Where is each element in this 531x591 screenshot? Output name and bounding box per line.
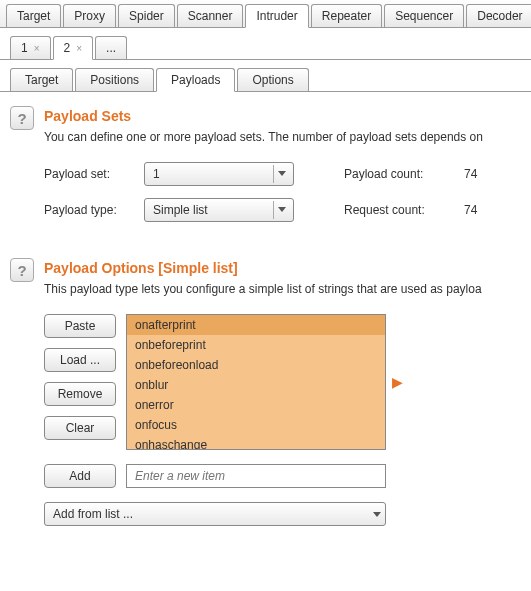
instance-tab-1[interactable]: 1 × [10,36,51,59]
payload-list-area: Paste Load ... Remove Clear onafterprint… [44,314,521,450]
remove-button[interactable]: Remove [44,382,116,406]
sub-tab-options[interactable]: Options [237,68,308,91]
row-payload-type: Payload type: Simple list Request count:… [44,198,521,222]
value-request-count: 74 [464,203,477,217]
svg-marker-0 [278,171,286,176]
top-tab-repeater[interactable]: Repeater [311,4,382,27]
load-button[interactable]: Load ... [44,348,116,372]
top-tab-intruder[interactable]: Intruder [245,4,308,28]
select-payload-type[interactable]: Simple list [144,198,294,222]
add-row: Add [44,464,521,488]
list-item[interactable]: onafterprint [127,315,385,335]
instance-tabs: 1 × 2 × ... [0,28,531,60]
top-tab-scanner[interactable]: Scanner [177,4,244,27]
section-title: Payload Options [Simple list] [44,260,521,276]
clear-button[interactable]: Clear [44,416,116,440]
instance-tab-new[interactable]: ... [95,36,127,59]
add-button[interactable]: Add [44,464,116,488]
sub-tab-target[interactable]: Target [10,68,73,91]
label-payload-set: Payload set: [44,167,134,181]
arrow-right-icon: ▶ [392,374,403,390]
sub-tabs: Target Positions Payloads Options [0,60,531,92]
label-payload-count: Payload count: [344,167,454,181]
top-tabs: Target Proxy Spider Scanner Intruder Rep… [0,0,531,28]
section-payload-sets: ? Payload Sets You can define one or mor… [10,106,521,234]
top-tab-target[interactable]: Target [6,4,61,27]
list-item[interactable]: onblur [127,375,385,395]
list-item[interactable]: onbeforeonload [127,355,385,375]
list-item[interactable]: onerror [127,395,385,415]
instance-tab-label: 1 [21,41,28,55]
sub-tab-payloads[interactable]: Payloads [156,68,235,92]
instance-tab-label: 2 [64,41,71,55]
top-tab-sequencer[interactable]: Sequencer [384,4,464,27]
content-area: ? Payload Sets You can define one or mor… [0,92,531,564]
svg-marker-1 [278,207,286,212]
chevron-down-icon [373,507,381,521]
select-value: Simple list [153,203,208,217]
instance-tab-2[interactable]: 2 × [53,36,94,60]
help-icon[interactable]: ? [10,106,34,130]
label-payload-type: Payload type: [44,203,134,217]
list-item[interactable]: onbeforeprint [127,335,385,355]
row-payload-set: Payload set: 1 Payload count: 74 [44,162,521,186]
value-payload-count: 74 [464,167,477,181]
close-icon[interactable]: × [34,43,40,54]
instance-tab-label: ... [106,41,116,55]
section-payload-options: ? Payload Options [Simple list] This pay… [10,258,521,526]
paste-button[interactable]: Paste [44,314,116,338]
label-request-count: Request count: [344,203,454,217]
svg-marker-2 [373,512,381,517]
select-value: 1 [153,167,160,181]
list-item[interactable]: onhaschange [127,435,385,449]
select-value: Add from list ... [53,507,133,521]
help-icon[interactable]: ? [10,258,34,282]
section-desc: This payload type lets you configure a s… [44,282,521,296]
new-item-input[interactable] [126,464,386,488]
top-tab-proxy[interactable]: Proxy [63,4,116,27]
top-tab-decoder[interactable]: Decoder [466,4,531,27]
select-add-from-list[interactable]: Add from list ... [44,502,386,526]
top-tab-spider[interactable]: Spider [118,4,175,27]
select-payload-set[interactable]: 1 [144,162,294,186]
payload-listbox[interactable]: onafterprint onbeforeprint onbeforeonloa… [126,314,386,450]
chevron-down-icon [273,165,289,183]
list-item[interactable]: onfocus [127,415,385,435]
close-icon[interactable]: × [76,43,82,54]
list-button-column: Paste Load ... Remove Clear [44,314,116,440]
section-desc: You can define one or more payload sets.… [44,130,521,144]
section-title: Payload Sets [44,108,521,124]
sub-tab-positions[interactable]: Positions [75,68,154,91]
chevron-down-icon [273,201,289,219]
